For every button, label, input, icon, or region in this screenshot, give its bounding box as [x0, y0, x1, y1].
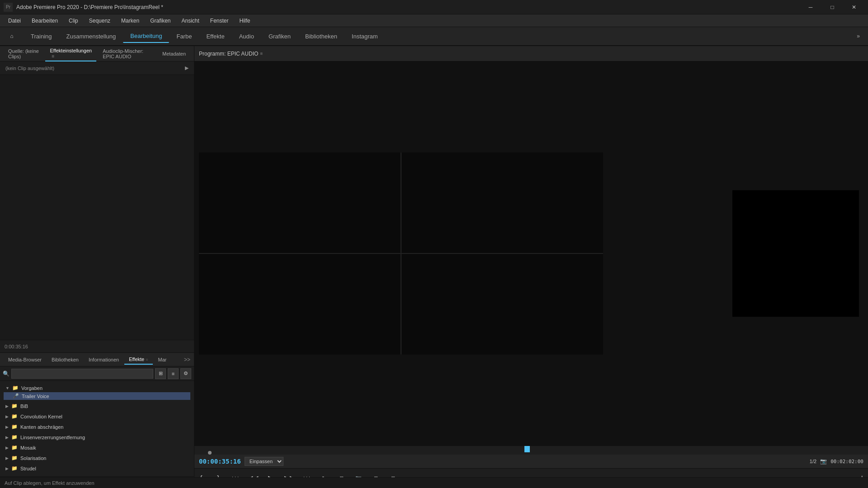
- close-button[interactable]: ✕: [844, 0, 864, 14]
- program-duration: 00:02:02:00: [830, 459, 863, 465]
- effects-item-trailer-voice[interactable]: 🎤 Trailer Voice: [4, 392, 190, 400]
- menu-marken[interactable]: Marken: [117, 16, 144, 26]
- minimize-button[interactable]: ─: [800, 0, 821, 14]
- chevron-right-icon: ▶: [5, 466, 9, 471]
- effects-group-mosaik-header[interactable]: ▶ 📁 Mosaik: [4, 443, 190, 452]
- statusbar: Auf Clip ablegen, um Effekt anzuwenden: [0, 477, 868, 488]
- home-button[interactable]: ⌂: [5, 29, 19, 43]
- effects-view-list-button[interactable]: ≡: [168, 368, 179, 379]
- folder-icon: 📁: [11, 434, 18, 440]
- titlebar: Pr Adobe Premiere Pro 2020 - D:\Premiere…: [0, 0, 868, 14]
- group-label-linsen: Linsenverzerrungsentfernung: [20, 435, 85, 440]
- home-icon: ⌂: [10, 33, 13, 39]
- effects-group-kanten-header[interactable]: ▶ 📁 Kanten abschrägen: [4, 422, 190, 431]
- group-label-strudel: Strudel: [20, 466, 36, 471]
- folder-icon: 📁: [11, 413, 18, 419]
- chevron-right-icon: ▶: [5, 446, 9, 450]
- menu-clip[interactable]: Clip: [64, 16, 83, 26]
- workspace-tab-effekte[interactable]: Effekte: [199, 30, 231, 42]
- source-timecode-value: 0:00:35:16: [5, 344, 28, 349]
- timeline-dot-left: [208, 451, 212, 455]
- effects-panel: Media-Browser Bibliotheken Informationen…: [0, 352, 194, 488]
- menu-bearbeiten[interactable]: Bearbeiten: [27, 16, 62, 26]
- tab-mar[interactable]: Mar: [154, 355, 171, 364]
- titlebar-title: Adobe Premiere Pro 2020 - D:\Premiere Pr…: [16, 4, 163, 10]
- group-label-vorgaben: Vorgaben: [21, 385, 42, 391]
- menu-ansicht[interactable]: Ansicht: [177, 16, 203, 26]
- menu-hilfe[interactable]: Hilfe: [235, 16, 255, 26]
- titlebar-left: Pr Adobe Premiere Pro 2020 - D:\Premiere…: [4, 3, 163, 12]
- effects-group-kanten: ▶ 📁 Kanten abschrägen: [0, 422, 194, 432]
- folder-icon: 📁: [11, 445, 18, 450]
- tab-audioclip-mischer[interactable]: Audioclip-Mischer: EPIC AUDIO: [98, 47, 156, 61]
- source-preview-area: [0, 75, 194, 340]
- tab-bibliotheken[interactable]: Bibliotheken: [47, 355, 83, 364]
- tab-effekte[interactable]: Effekte ≡: [124, 355, 152, 365]
- effects-group-linsen: ▶ 📁 Linsenverzerrungsentfernung: [0, 432, 194, 442]
- workspace-tab-audio[interactable]: Audio: [232, 30, 261, 42]
- effects-group-bib-header[interactable]: ▶ 📁 BiB: [4, 402, 190, 410]
- menu-grafiken[interactable]: Grafiken: [146, 16, 175, 26]
- workspace-tab-grafiken[interactable]: Grafiken: [261, 30, 298, 42]
- group-label-solar: Solarisation: [20, 455, 46, 461]
- source-tabs: Quelle: (keine Clips) Effekteinstellunge…: [0, 46, 194, 61]
- effects-panel-more[interactable]: >>: [184, 357, 190, 363]
- effects-group-solar-header[interactable]: ▶ 📁 Solarisation: [4, 454, 190, 462]
- group-label-kanten: Kanten abschrägen: [20, 424, 63, 430]
- workspace-tab-training[interactable]: Training: [24, 30, 59, 42]
- program-header: Programm: EPIC AUDIO ≡: [194, 46, 868, 61]
- folder-icon: 📁: [11, 465, 18, 471]
- chevron-right-icon: ▶: [5, 456, 9, 460]
- workspace-tab-bearbeitung[interactable]: Bearbeitung: [123, 30, 169, 43]
- group-label-mosaik: Mosaik: [20, 445, 36, 450]
- program-camera-icon: 📷: [820, 458, 827, 465]
- effects-group-vorgaben-header[interactable]: ▼ 📁 Vorgaben: [4, 384, 190, 392]
- audio-icon: 🎤: [13, 393, 19, 399]
- program-timeline-bar: [194, 446, 868, 455]
- playhead-indicator: [524, 446, 530, 452]
- effects-group-strudel-header[interactable]: ▶ 📁 Strudel: [4, 464, 190, 473]
- workspace-tab-zusammenstellung[interactable]: Zusammenstellung: [59, 30, 123, 42]
- source-content: (kein Clip ausgewählt) ▶ 0:00:35:16: [0, 61, 194, 352]
- tab-informationen[interactable]: Informationen: [84, 355, 123, 364]
- source-timecode: 0:00:35:16: [0, 340, 194, 352]
- menu-sequenz[interactable]: Sequenz: [85, 16, 115, 26]
- menu-fenster[interactable]: Fenster: [206, 16, 233, 26]
- program-menu-icon[interactable]: ≡: [260, 51, 263, 56]
- app-icon: Pr: [4, 3, 13, 12]
- effects-group-mosaik: ▶ 📁 Mosaik: [0, 442, 194, 453]
- folder-icon: 📁: [11, 403, 18, 409]
- tab-effekteinstellungen[interactable]: Effekteinstellungen ≡: [45, 46, 96, 61]
- folder-icon: 📁: [11, 424, 18, 430]
- tab-media-browser[interactable]: Media-Browser: [4, 355, 46, 364]
- program-preview: [194, 61, 868, 446]
- effects-tabs: Media-Browser Bibliotheken Informationen…: [0, 353, 194, 366]
- effects-group-linsen-header[interactable]: ▶ 📁 Linsenverzerrungsentfernung: [4, 433, 190, 441]
- fit-dropdown[interactable]: Einpassen 25% 50% 100%: [245, 457, 283, 466]
- search-icon: 🔍: [3, 371, 9, 377]
- workspace-tab-bibliotheken[interactable]: Bibliotheken: [298, 30, 344, 42]
- program-scope-area: [199, 138, 603, 369]
- workspace-tab-farbe[interactable]: Farbe: [169, 30, 199, 42]
- menu-datei[interactable]: Datei: [4, 16, 25, 26]
- menubar: Datei Bearbeiten Clip Sequenz Marken Gra…: [0, 14, 868, 27]
- effects-group-convolution: ▶ 📁 Convolution Kernel: [0, 411, 194, 422]
- titlebar-controls: ─ □ ✕: [800, 0, 864, 14]
- maximize-button[interactable]: □: [822, 0, 843, 14]
- main-area: Quelle: (keine Clips) Effekteinstellunge…: [0, 46, 868, 488]
- tab-quelle[interactable]: Quelle: (keine Clips): [4, 47, 43, 61]
- workspace-more-button[interactable]: »: [853, 31, 863, 41]
- effects-settings-button[interactable]: ⚙: [180, 368, 191, 379]
- effects-group-vorgaben: ▼ 📁 Vorgaben 🎤 Trailer Voice: [0, 383, 194, 401]
- effects-list: ▼ 📁 Vorgaben 🎤 Trailer Voice ▶ 📁 BiB: [0, 381, 194, 476]
- effects-search-input[interactable]: [11, 369, 153, 379]
- effects-toolbar: 🔍 ⊞ ≡ ⚙: [0, 366, 194, 381]
- tab-metadaten[interactable]: Metadaten: [158, 49, 190, 58]
- effects-group-convolution-header[interactable]: ▶ 📁 Convolution Kernel: [4, 412, 190, 421]
- effects-view-grid-button[interactable]: ⊞: [155, 368, 166, 379]
- program-controls-row: 00:00:35:16 Einpassen 25% 50% 100% 1/2 📷…: [194, 455, 868, 468]
- program-panel: Programm: EPIC AUDIO ≡ 00:00:35:16: [194, 46, 868, 488]
- expand-icon[interactable]: ▶: [185, 65, 189, 71]
- workspace-tab-instagram[interactable]: Instagram: [344, 30, 385, 42]
- effects-group-solar: ▶ 📁 Solarisation: [0, 453, 194, 463]
